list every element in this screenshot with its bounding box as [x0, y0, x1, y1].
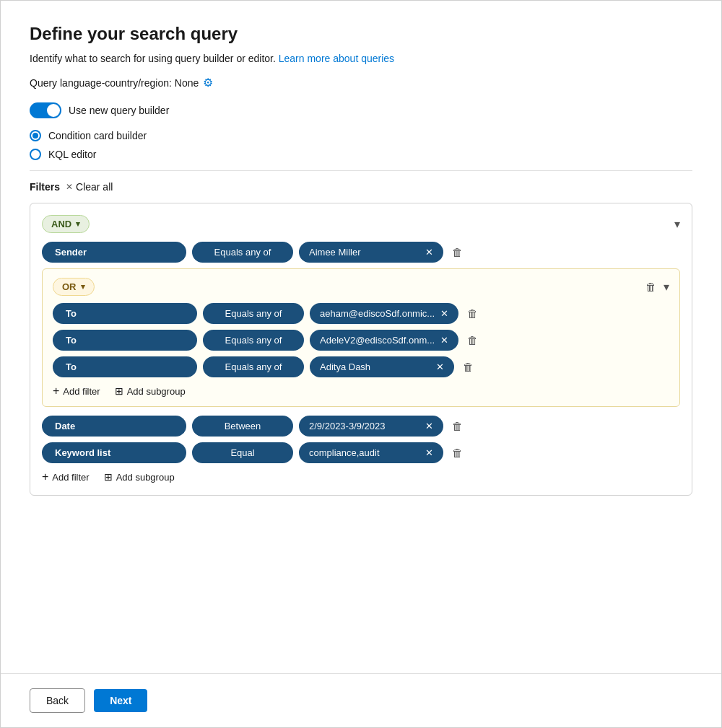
to-value-3[interactable]: Aditya Dash ✕: [310, 356, 454, 377]
page-description: Identify what to search for using query …: [30, 53, 692, 64]
to-clear-1[interactable]: ✕: [440, 309, 448, 318]
subgroup-add-subgroup-icon: ⊞: [115, 385, 123, 397]
kql-editor-radio[interactable]: [30, 149, 41, 160]
sender-operator[interactable]: Equals any of: [192, 242, 293, 263]
condition-card-label: Condition card builder: [48, 130, 147, 141]
subgroup-add-filter-button[interactable]: + Add filter: [53, 385, 100, 398]
date-delete-button[interactable]: 🗑: [449, 417, 466, 435]
and-chevron-icon: ▾: [76, 219, 80, 229]
to-operator-2[interactable]: Equals any of: [203, 330, 304, 351]
or-chevron-icon: ▾: [81, 282, 85, 291]
query-language-row: Query language-country/region: None ⚙: [30, 76, 692, 89]
page-title: Define your search query: [30, 24, 692, 44]
root-add-subgroup-button[interactable]: ⊞ Add subgroup: [104, 471, 175, 483]
sender-field[interactable]: Sender: [42, 242, 186, 263]
sender-condition-row: Sender Equals any of Aimee Miller ✕ 🗑: [42, 242, 680, 263]
root-plus-icon: +: [42, 470, 48, 483]
root-add-row: + Add filter ⊞ Add subgroup: [42, 470, 680, 483]
condition-card-radio-row[interactable]: Condition card builder: [30, 130, 692, 141]
clear-icon: ✕: [66, 182, 73, 192]
to-clear-3[interactable]: ✕: [436, 362, 444, 372]
keyword-field[interactable]: Keyword list: [42, 442, 186, 463]
kql-editor-radio-row[interactable]: KQL editor: [30, 149, 692, 160]
clear-all-button[interactable]: ✕ Clear all: [66, 181, 113, 193]
filters-label: Filters: [30, 181, 60, 193]
query-builder-container: AND ▾ ▾ Sender Equals any of Aimee Mille…: [30, 203, 692, 496]
date-operator[interactable]: Between: [192, 416, 293, 437]
keyword-operator[interactable]: Equal: [192, 442, 293, 463]
to-field-3[interactable]: To: [53, 356, 197, 377]
to-delete-3[interactable]: 🗑: [460, 358, 477, 376]
keyword-value[interactable]: compliance,audit ✕: [299, 442, 443, 463]
divider: [30, 170, 692, 171]
to-row-1: To Equals any of aeham@ediscoSdf.onmic..…: [53, 303, 669, 324]
subgroup-icons: 🗑 ▾: [643, 278, 669, 296]
toggle-label: Use new query builder: [69, 105, 169, 116]
sender-clear-button[interactable]: ✕: [425, 247, 433, 257]
root-collapse-icon[interactable]: ▾: [674, 217, 680, 231]
back-button[interactable]: Back: [30, 688, 85, 713]
subgroup-add-row: + Add filter ⊞ Add subgroup: [53, 385, 669, 398]
or-badge[interactable]: OR ▾: [53, 278, 95, 296]
to-clear-2[interactable]: ✕: [440, 336, 448, 345]
query-builder-toggle[interactable]: [30, 102, 61, 118]
language-icon: ⚙: [203, 76, 213, 89]
subgroup-plus-icon: +: [53, 385, 59, 398]
footer: Back Next: [1, 673, 721, 727]
learn-more-link[interactable]: Learn more about queries: [279, 53, 394, 64]
date-clear-button[interactable]: ✕: [425, 421, 433, 431]
to-value-2[interactable]: AdeleV2@ediscoSdf.onm... ✕: [310, 330, 458, 351]
date-condition-row: Date Between 2/9/2023-3/9/2023 ✕ 🗑: [42, 416, 680, 437]
to-row-2: To Equals any of AdeleV2@ediscoSdf.onm..…: [53, 330, 669, 351]
sender-delete-button[interactable]: 🗑: [449, 243, 466, 261]
to-delete-2[interactable]: 🗑: [464, 331, 481, 349]
subgroup-delete-button[interactable]: 🗑: [643, 278, 659, 296]
to-field-2[interactable]: To: [53, 330, 197, 351]
kql-editor-label: KQL editor: [48, 149, 96, 160]
date-field[interactable]: Date: [42, 416, 186, 437]
subgroup-collapse-icon[interactable]: ▾: [664, 280, 669, 294]
or-subgroup-header: OR ▾ 🗑 ▾: [53, 278, 669, 296]
or-subgroup: OR ▾ 🗑 ▾ To Equals any of aeham@ediscoSd…: [42, 268, 680, 407]
root-operator-badge[interactable]: AND ▾: [42, 215, 90, 233]
keyword-condition-row: Keyword list Equal compliance,audit ✕ 🗑: [42, 442, 680, 463]
root-add-filter-button[interactable]: + Add filter: [42, 470, 90, 483]
to-operator-3[interactable]: Equals any of: [203, 356, 304, 377]
to-row-3: To Equals any of Aditya Dash ✕ 🗑: [53, 356, 669, 377]
root-group-header: AND ▾ ▾: [42, 215, 680, 233]
and-badge: AND ▾: [42, 215, 90, 233]
keyword-clear-button[interactable]: ✕: [425, 448, 433, 457]
to-operator-1[interactable]: Equals any of: [203, 303, 304, 324]
toggle-row: Use new query builder: [30, 102, 692, 118]
root-add-subgroup-icon: ⊞: [104, 471, 113, 483]
to-field-1[interactable]: To: [53, 303, 197, 324]
keyword-delete-button[interactable]: 🗑: [449, 444, 466, 462]
condition-card-radio[interactable]: [30, 130, 41, 141]
filters-row: Filters ✕ Clear all: [30, 181, 692, 193]
sender-value[interactable]: Aimee Miller ✕: [299, 242, 443, 263]
subgroup-add-subgroup-button[interactable]: ⊞ Add subgroup: [115, 385, 186, 397]
to-delete-1[interactable]: 🗑: [464, 304, 481, 323]
date-value[interactable]: 2/9/2023-3/9/2023 ✕: [299, 416, 443, 437]
next-button[interactable]: Next: [94, 689, 147, 712]
to-value-1[interactable]: aeham@ediscoSdf.onmic... ✕: [310, 303, 458, 324]
